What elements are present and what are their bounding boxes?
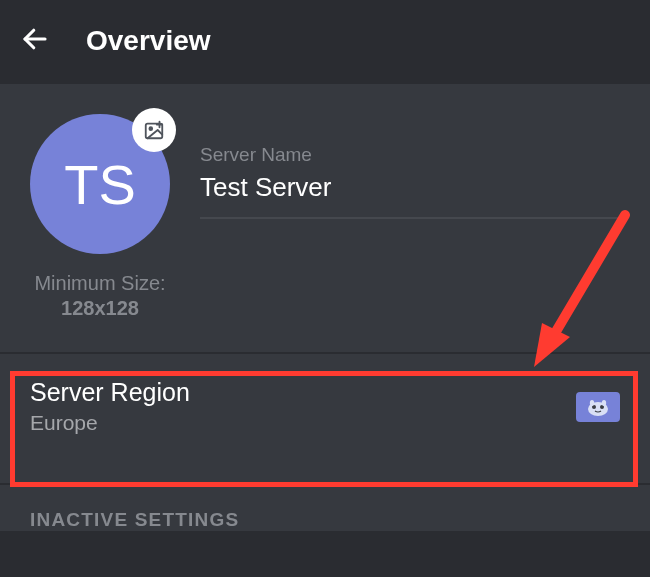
upload-image-button[interactable] — [132, 108, 176, 152]
server-name-input[interactable]: Test Server — [200, 172, 620, 219]
add-image-icon — [143, 119, 165, 141]
content-panel: TS Minimum Size: 128x128 Server Name — [0, 84, 650, 531]
min-size-label: Minimum Size: — [34, 272, 165, 295]
back-button[interactable] — [20, 24, 50, 58]
svg-point-9 — [602, 400, 606, 406]
region-flag-icon — [576, 392, 620, 422]
server-name-column: Server Name Test Server — [200, 114, 620, 219]
page-title: Overview — [86, 25, 211, 57]
server-region-title: Server Region — [30, 378, 190, 407]
server-name-label: Server Name — [200, 144, 620, 166]
min-size-hint: Minimum Size: 128x128 — [34, 272, 165, 320]
server-icon-column: TS Minimum Size: 128x128 — [30, 114, 170, 320]
svg-point-2 — [149, 127, 152, 130]
header-bar: Overview — [0, 0, 650, 78]
server-icon-wrapper: TS — [30, 114, 170, 254]
inactive-settings-header: INACTIVE SETTINGS — [0, 485, 650, 531]
server-info-section: TS Minimum Size: 128x128 Server Name — [0, 84, 650, 330]
server-region-row[interactable]: Server Region Europe — [0, 354, 650, 461]
min-size-value: 128x128 — [34, 297, 165, 320]
server-region-text: Server Region Europe — [30, 378, 190, 435]
server-region-value: Europe — [30, 411, 190, 435]
svg-point-8 — [590, 400, 594, 406]
